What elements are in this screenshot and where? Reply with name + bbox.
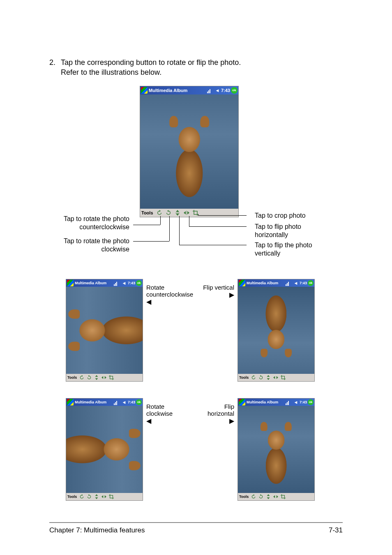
label-rotate-ccw: Tap to rotate the photocounterclockwise: [16, 215, 129, 232]
main-diagram: Multimedia Album ◄ 7:43 ok Tools Tap to: [49, 86, 343, 275]
arrow-right-icon: ▶: [229, 291, 234, 298]
rotate-ccw-icon[interactable]: [157, 210, 162, 216]
result-label-cw: Rotate clockwise ◀: [146, 398, 173, 425]
flip-vertical-icon[interactable]: [175, 210, 180, 216]
result-label-flip-v: Flip vertical ▶: [193, 279, 234, 299]
result-flip-horizontal: Multimedia Album◄7:43ok Tools: [238, 398, 315, 501]
app-title: Multimedia Album: [149, 88, 187, 93]
arrow-left-icon: ◀: [146, 298, 151, 305]
label-flip-v: Tap to flip the photovertically: [255, 241, 345, 258]
sound-icon: ◄: [214, 88, 220, 93]
instruction-step: 2. Tap the corresponding button to rotat…: [49, 58, 343, 78]
toolbar: Tools: [140, 209, 238, 217]
label-flip-h: Tap to flip photohorizontally: [255, 223, 345, 240]
result-rotate-ccw: Multimedia Album◄7:43ok Tools: [66, 279, 143, 382]
result-rotate-cw: Multimedia Album◄7:43ok Tools: [66, 398, 143, 501]
page-footer: Chapter 7: Multimedia features 7-31: [49, 522, 343, 534]
label-crop: Tap to crop photo: [255, 212, 345, 220]
step-number: 2.: [49, 58, 61, 78]
arrow-left-icon: ◀: [146, 417, 151, 424]
arrow-right-icon: ▶: [229, 417, 234, 424]
ok-icon: ok: [231, 87, 238, 94]
crop-icon[interactable]: [193, 210, 198, 216]
start-flag-icon: [141, 87, 148, 94]
chapter-label: Chapter 7: Multimedia features: [49, 526, 145, 534]
rotate-cw-icon[interactable]: [166, 210, 171, 216]
result-label-ccw: Rotate counterclockwise ◀: [146, 279, 193, 306]
result-flip-vertical: Multimedia Album◄7:43ok Tools: [238, 279, 315, 382]
step-text: Tap the corresponding button to rotate o…: [61, 58, 343, 78]
result-label-flip-h: Flip horizontal ▶: [193, 398, 234, 425]
main-screenshot: Multimedia Album ◄ 7:43 ok Tools: [140, 86, 239, 217]
tools-menu[interactable]: Tools: [141, 210, 153, 215]
results-grid: Multimedia Album◄7:43ok Tools Rotate cou…: [49, 279, 343, 517]
title-bar: Multimedia Album ◄ 7:43 ok: [140, 86, 238, 94]
label-rotate-cw: Tap to rotate the photoclockwise: [16, 237, 129, 254]
photo-view: [140, 94, 238, 209]
clock-text: 7:43: [221, 88, 230, 93]
signal-icon: [207, 88, 213, 93]
page-number: 7-31: [329, 526, 343, 534]
flip-horizontal-icon[interactable]: [184, 210, 189, 216]
